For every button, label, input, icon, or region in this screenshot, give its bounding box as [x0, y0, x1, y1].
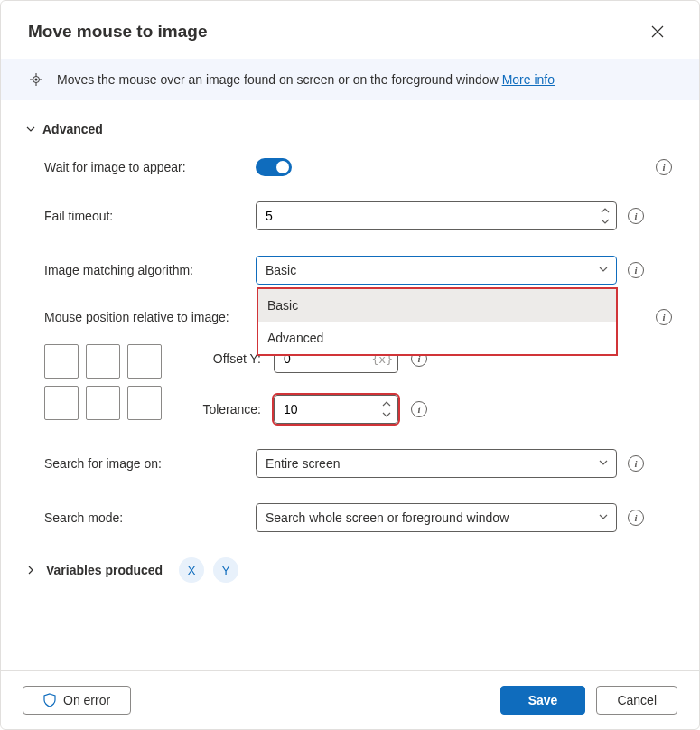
fail-timeout-label: Fail timeout: [28, 209, 256, 223]
dialog-title: Move mouse to image [28, 22, 208, 42]
advanced-section-toggle[interactable]: Advanced [24, 122, 672, 136]
variables-produced-label: Variables produced [46, 563, 163, 577]
dropdown-option-advanced[interactable]: Advanced [258, 322, 616, 354]
info-icon[interactable]: i [628, 262, 644, 278]
algorithm-value: Basic [266, 263, 296, 277]
info-icon[interactable]: i [411, 401, 427, 417]
grid-cell[interactable] [127, 386, 162, 420]
on-error-button[interactable]: On error [23, 686, 131, 715]
chevron-right-icon [24, 564, 37, 576]
offset-y-label: Offset Y: [198, 351, 261, 366]
search-mode-label: Search mode: [28, 510, 256, 525]
search-mode-value: Search whole screen or foreground window [266, 510, 509, 525]
algorithm-row: Image matching algorithm: Basic Basic Ad… [28, 256, 672, 285]
mouse-action-icon [28, 71, 44, 88]
mouse-pos-label: Mouse position relative to image: [28, 310, 256, 324]
chevron-down-icon [598, 263, 609, 277]
variable-x-badge[interactable]: X [179, 557, 204, 583]
chevron-down-icon [598, 510, 609, 525]
dropdown-option-basic[interactable]: Basic [258, 289, 616, 322]
dialog-body: Advanced Wait for image to appear: i Fai… [1, 100, 699, 670]
grid-cell[interactable] [86, 386, 120, 420]
save-button[interactable]: Save [500, 686, 586, 715]
search-on-value: Entire screen [266, 456, 340, 471]
cancel-button[interactable]: Cancel [596, 686, 677, 715]
fail-timeout-input[interactable] [256, 201, 617, 230]
banner-text-wrap: Moves the mouse over an image found on s… [57, 72, 555, 87]
info-banner: Moves the mouse over an image found on s… [1, 59, 699, 100]
shield-icon [43, 693, 56, 707]
chevron-down-icon [598, 456, 609, 471]
dialog-header: Move mouse to image [1, 1, 699, 59]
close-icon [651, 25, 664, 38]
tolerance-label: Tolerance: [198, 402, 261, 416]
fail-timeout-row: Fail timeout: i [28, 201, 672, 230]
spin-up[interactable] [378, 398, 395, 409]
spin-down[interactable] [597, 216, 613, 227]
spin-up[interactable] [597, 205, 613, 216]
variable-y-badge[interactable]: Y [213, 557, 238, 583]
advanced-label: Advanced [42, 122, 103, 136]
on-error-label: On error [63, 693, 110, 707]
info-icon[interactable]: i [628, 455, 644, 472]
svg-point-1 [35, 79, 38, 81]
search-mode-select[interactable]: Search whole screen or foreground window [256, 503, 617, 532]
wait-label: Wait for image to appear: [28, 160, 256, 174]
variables-produced-toggle[interactable]: Variables produced X Y [24, 557, 672, 583]
dialog-footer: On error Save Cancel [1, 670, 699, 729]
grid-cell[interactable] [44, 344, 79, 379]
chevron-down-icon [24, 123, 37, 136]
grid-cell[interactable] [44, 386, 79, 420]
algorithm-select[interactable]: Basic Basic Advanced [256, 256, 617, 285]
search-on-row: Search for image on: Entire screen i [28, 449, 672, 478]
banner-text: Moves the mouse over an image found on s… [57, 72, 502, 87]
position-grid [44, 344, 162, 420]
dialog: Move mouse to image Moves the mouse over… [0, 0, 700, 730]
wait-row: Wait for image to appear: i [28, 158, 672, 176]
tolerance-row: Tolerance: i [198, 395, 672, 424]
algorithm-label: Image matching algorithm: [28, 263, 256, 277]
close-button[interactable] [643, 17, 672, 46]
search-on-select[interactable]: Entire screen [256, 449, 617, 478]
wait-toggle[interactable] [256, 158, 292, 176]
info-icon[interactable]: i [656, 309, 672, 325]
grid-cell[interactable] [86, 344, 120, 379]
search-on-label: Search for image on: [28, 456, 256, 471]
info-icon[interactable]: i [656, 159, 672, 175]
spin-down[interactable] [378, 409, 395, 420]
search-mode-row: Search mode: Search whole screen or fore… [28, 503, 672, 532]
info-icon[interactable]: i [628, 510, 644, 526]
grid-cell[interactable] [127, 344, 162, 379]
more-info-link[interactable]: More info [502, 72, 555, 87]
algorithm-dropdown: Basic Advanced [257, 287, 618, 356]
info-icon[interactable]: i [628, 208, 644, 224]
